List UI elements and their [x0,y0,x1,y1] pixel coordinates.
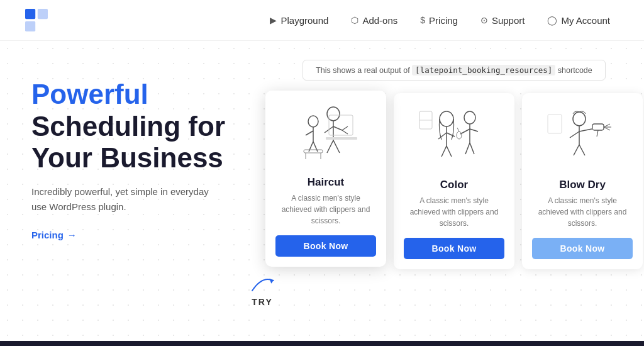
nav-myaccount[interactable]: ◯ My Account [538,10,619,31]
card-desc-haircut: A classic men's style achieved with clip… [275,193,376,226]
svg-rect-16 [304,150,323,153]
service-card-color: Color A classic men's style achieved wit… [394,93,514,269]
card-illustration-color [410,103,498,172]
svg-line-15 [313,142,318,152]
svg-point-21 [440,111,453,126]
svg-point-33 [457,131,462,139]
main-nav: ▶ Playground ⬡ Add-ons $ Pricing ⊙ Suppo… [261,10,619,31]
svg-line-41 [574,145,579,155]
svg-rect-20 [329,115,353,135]
svg-line-32 [470,143,474,154]
main-content: Powerful Scheduling forYour Business Inc… [0,41,644,346]
card-illustration-haircut [282,101,370,170]
svg-line-26 [447,146,452,157]
book-now-color[interactable]: Book Now [404,238,504,259]
svg-line-47 [597,130,598,137]
service-cards-row: Haircut A classic men's style achieved w… [265,93,643,269]
svg-line-8 [333,140,340,153]
svg-rect-2 [25,21,35,31]
nav-support[interactable]: ⊙ Support [472,10,534,31]
svg-line-44 [604,124,610,127]
card-title-color: Color [440,179,468,191]
svg-line-39 [570,131,579,138]
pricing-link[interactable]: Pricing → [31,230,239,240]
service-card-haircut: Haircut A classic men's style achieved w… [265,91,386,267]
svg-line-13 [306,131,313,135]
myaccount-icon: ◯ [547,15,557,25]
svg-rect-1 [38,9,48,19]
svg-line-42 [579,145,585,155]
svg-line-7 [327,140,333,153]
service-card-blowdry: Blow Dry A classic men's style achieved … [522,93,643,269]
site-header: ▶ Playground ⬡ Add-ons $ Pricing ⊙ Suppo… [0,0,644,41]
svg-line-6 [333,126,342,130]
card-title-blowdry: Blow Dry [559,179,606,191]
try-arrow-area: TRY [247,271,278,307]
card-title-haircut: Haircut [308,176,345,189]
hero-panel: Powerful Scheduling forYour Business Inc… [0,41,264,346]
svg-point-37 [573,112,586,126]
svg-rect-48 [548,114,562,133]
svg-line-46 [604,127,610,130]
svg-line-10 [342,130,348,134]
svg-line-30 [470,129,478,131]
svg-line-31 [465,143,470,154]
svg-line-34 [457,128,459,131]
book-now-haircut[interactable]: Book Now [275,235,376,257]
svg-line-29 [460,129,470,134]
try-label: TRY [252,297,272,307]
shortcode-banner: This shows a real output of [latepoint_b… [303,60,606,81]
hero-title: Powerful Scheduling forYour Business [31,79,239,174]
nav-addons[interactable]: ⬡ Add-ons [342,10,406,31]
hero-subtitle: Incredibly powerful, yet simple in every… [31,184,214,215]
arrow-icon [247,271,278,296]
svg-point-27 [464,111,475,124]
svg-rect-0 [25,9,35,19]
svg-line-9 [342,126,348,130]
logo[interactable] [25,9,48,31]
svg-point-11 [308,116,318,127]
svg-rect-43 [592,124,604,130]
nav-pricing[interactable]: $ Pricing [411,10,467,31]
pricing-icon: $ [420,15,425,25]
card-illustration-blowdry [538,103,626,172]
support-icon: ⊙ [480,15,488,25]
addons-icon: ⬡ [351,15,358,25]
nav-playground[interactable]: ▶ Playground [261,10,337,31]
card-desc-blowdry: A classic men's style achieved with clip… [532,195,633,229]
demo-panel: This shows a real output of [latepoint_b… [264,41,644,346]
book-now-blowdry[interactable]: Book Now [532,238,633,259]
svg-line-40 [579,129,592,131]
playground-icon: ▶ [270,15,277,25]
svg-rect-19 [326,137,357,140]
svg-line-14 [309,142,313,152]
svg-line-25 [441,146,447,157]
card-desc-color: A classic men's style achieved with clip… [404,195,504,229]
svg-line-23 [438,133,447,139]
